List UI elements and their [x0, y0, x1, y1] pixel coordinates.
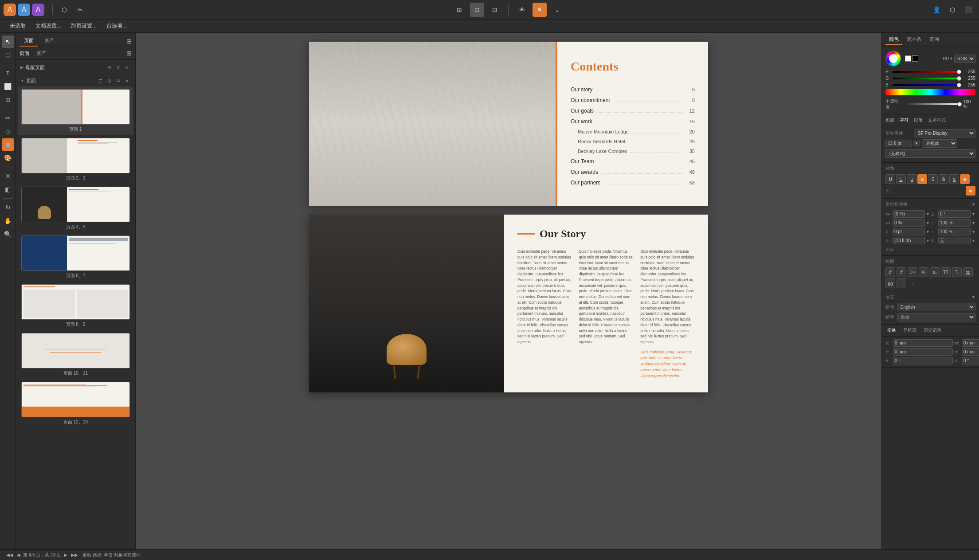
- page-item-67[interactable]: 页面 6、7: [18, 233, 133, 282]
- page-item-1011[interactable]: 页面 10、11: [18, 330, 133, 379]
- slider-g[interactable]: [893, 78, 961, 79]
- menu-preferences[interactable]: 首选项...: [102, 21, 131, 31]
- tree-pages-header[interactable]: ▼ 页面 ☰ ⊞ ⧉ ✕: [18, 75, 133, 86]
- tool-crop[interactable]: ◧: [2, 183, 14, 196]
- layout-btn-g1[interactable]: gg: [963, 267, 973, 277]
- r-input[interactable]: [893, 357, 953, 364]
- menu-doc-settings[interactable]: 文档设置...: [31, 21, 66, 31]
- bottom-tab-navigator[interactable]: 导航器: [901, 326, 918, 334]
- y-input[interactable]: [893, 348, 953, 356]
- tool-frame[interactable]: ⬜: [2, 80, 14, 93]
- transform-s-input[interactable]: [938, 237, 971, 244]
- deco-special2[interactable]: ⊗: [960, 174, 970, 184]
- tool-extra[interactable]: ⌄: [550, 3, 564, 17]
- transform-kern-dd[interactable]: ▼: [926, 230, 930, 234]
- tool-color[interactable]: 🎨: [2, 152, 14, 164]
- font-family-select[interactable]: SF Pro Display: [914, 129, 975, 137]
- sub-tab-textstyle[interactable]: 文本样式: [928, 117, 946, 123]
- tool-btn-1[interactable]: ⬡: [57, 3, 71, 17]
- nav-next[interactable]: ▶: [63, 552, 68, 557]
- x-input[interactable]: [893, 339, 953, 347]
- tool-rotate[interactable]: ↻: [2, 201, 14, 214]
- spell-select[interactable]: English: [897, 303, 975, 311]
- page-item-89[interactable]: 页面 8、9: [18, 282, 133, 330]
- app-icon-designer[interactable]: A: [18, 4, 30, 16]
- pages-action-list[interactable]: ☰: [96, 77, 104, 85]
- w-input[interactable]: [962, 339, 979, 347]
- sub-tab-layers[interactable]: 图层: [885, 117, 894, 123]
- tree-master-header[interactable]: ▶ 母版页面 ⊞ ↺ ✕: [18, 62, 133, 73]
- layout-btn-g2[interactable]: gg: [885, 278, 895, 288]
- publish-btn[interactable]: ⬛: [961, 3, 975, 17]
- tool-table[interactable]: ⊞: [2, 94, 14, 106]
- pages-action-add[interactable]: ⊞: [105, 77, 113, 85]
- transform-va2-dd[interactable]: ▼: [926, 221, 930, 225]
- font-weight-select[interactable]: 常规体: [922, 139, 957, 148]
- s-input[interactable]: [962, 357, 979, 364]
- master-action-3[interactable]: ✕: [123, 63, 131, 71]
- transform-lead-input[interactable]: [938, 228, 971, 235]
- rp-tab-color[interactable]: 颜色: [885, 35, 902, 45]
- deco-extra[interactable]: ⊗: [966, 186, 975, 196]
- opacity-slider[interactable]: [905, 103, 962, 105]
- transform-scale-dd[interactable]: ▼: [971, 221, 975, 225]
- menu-deselect[interactable]: 未选取: [5, 21, 30, 31]
- share-btn[interactable]: ⬡: [945, 3, 959, 17]
- layout-btn-ord[interactable]: 1ˢᵗ: [908, 267, 917, 277]
- transform-size-dd[interactable]: ▼: [926, 239, 930, 243]
- tool-shape[interactable]: ◇: [2, 125, 14, 137]
- tool-magnify[interactable]: 🔍: [2, 228, 14, 240]
- bottom-tab-history[interactable]: 历史记录: [922, 326, 943, 334]
- transform-va1-dd[interactable]: ▼: [926, 212, 930, 216]
- transform-angle-dd[interactable]: ▼: [971, 212, 975, 216]
- tool-node[interactable]: ⬡: [2, 49, 14, 61]
- tool-pen[interactable]: ✏: [2, 112, 14, 124]
- font-size-input[interactable]: [885, 140, 912, 147]
- deco-underline[interactable]: U: [885, 174, 895, 184]
- panel-tab-assets[interactable]: 资产: [40, 35, 59, 47]
- transform-scale-input[interactable]: [938, 219, 971, 227]
- panel-expand-btn[interactable]: ⊞: [126, 35, 132, 47]
- bottom-tab-transform[interactable]: 变换: [885, 326, 898, 334]
- canvas-area[interactable]: Contents Our story 6 Our commitment 8 Ou…: [136, 33, 881, 549]
- deco-strike2[interactable]: S: [939, 174, 948, 184]
- view-left[interactable]: ⊞: [452, 3, 466, 17]
- nav-last[interactable]: ▶▶: [70, 552, 79, 557]
- panel-header-pages[interactable]: 页面: [20, 50, 29, 57]
- tool-hand[interactable]: ✋: [2, 215, 14, 227]
- pages-action-del[interactable]: ✕: [123, 77, 131, 85]
- font-style-dropdown[interactable]: [无样式]: [885, 149, 975, 158]
- layout-btn-tt[interactable]: TT: [941, 267, 951, 277]
- tool-fill[interactable]: ◼: [2, 138, 14, 151]
- hyphen-select[interactable]: 自动: [897, 313, 975, 321]
- slider-b[interactable]: [893, 84, 961, 86]
- pages-action-copy[interactable]: ⧉: [114, 77, 122, 85]
- tool-select[interactable]: ↖: [2, 35, 14, 48]
- transform-s-dd[interactable]: ▼: [971, 239, 975, 243]
- transform-size-input[interactable]: [893, 237, 925, 244]
- slider-r[interactable]: [893, 71, 961, 73]
- sub-tab-char[interactable]: 字符: [900, 117, 909, 123]
- panel-header-assets[interactable]: 资产: [36, 50, 46, 57]
- app-icon-affinity[interactable]: A: [4, 4, 16, 16]
- transform-va2-input[interactable]: [893, 219, 925, 227]
- nav-prev[interactable]: ◀: [16, 552, 21, 557]
- sub-tab-para[interactable]: 段落: [914, 117, 923, 123]
- font-size-down[interactable]: ▼: [913, 141, 920, 146]
- rp-tab-fill[interactable]: 笔画: [926, 35, 943, 45]
- deco-strike[interactable]: S: [928, 174, 938, 184]
- layout-btn-frac[interactable]: ½: [919, 267, 928, 277]
- nav-first[interactable]: ◀◀: [5, 552, 14, 557]
- transform-lead-dd[interactable]: ▼: [971, 230, 975, 234]
- layout-btn-fl[interactable]: fl: [897, 267, 906, 277]
- page-item-23[interactable]: 页面 2、3: [18, 135, 133, 184]
- layout-btn-sub[interactable]: sᵤ: [930, 267, 940, 277]
- layout-btn-tr[interactable]: Tᵣ: [952, 267, 962, 277]
- mode-btn-active[interactable]: ⚙: [533, 3, 547, 17]
- deco-underline3[interactable]: U̲: [907, 174, 916, 184]
- menu-spread-settings[interactable]: 跨页设置...: [67, 21, 101, 31]
- deco-special[interactable]: ⊘: [917, 174, 927, 184]
- layout-btn-fi[interactable]: fi: [885, 267, 895, 277]
- page-item-1[interactable]: 页面 1: [18, 86, 133, 135]
- panel-add-page-btn[interactable]: ⊞: [126, 50, 132, 57]
